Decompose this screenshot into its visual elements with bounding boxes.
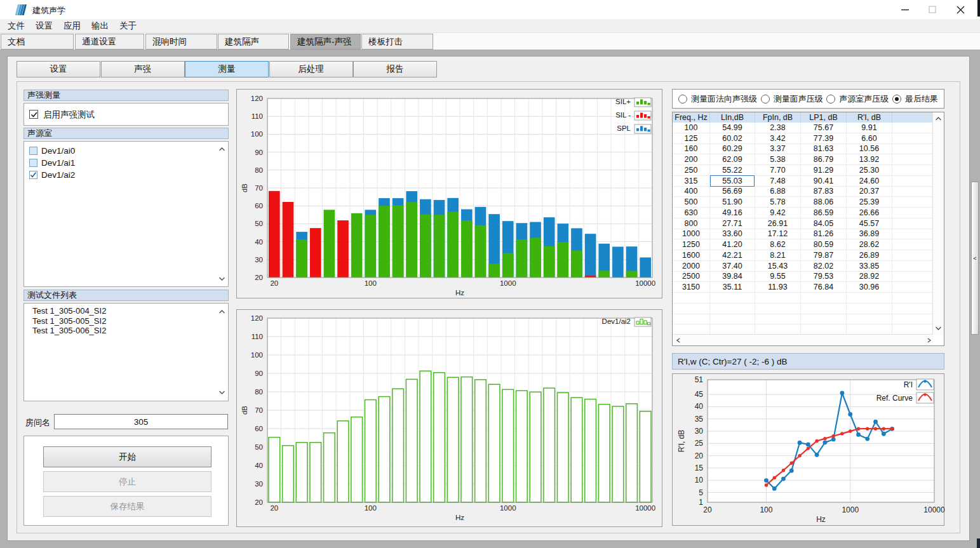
- table-row-12[interactable]: 160042.218.2179.8726.89: [673, 250, 933, 261]
- sub-tab-3[interactable]: 后处理: [269, 61, 353, 77]
- table-cell[interactable]: 82.02: [801, 261, 847, 271]
- minimize-button[interactable]: [896, 4, 915, 15]
- scroll-down-icon[interactable]: [935, 326, 942, 331]
- radio-option-2[interactable]: 声源室声压级: [826, 93, 889, 105]
- table-row-5[interactable]: 31555.037.4890.4124.60: [673, 176, 933, 187]
- table-cell[interactable]: [892, 261, 933, 271]
- table-cell[interactable]: 3.37: [755, 144, 801, 154]
- maximize-button[interactable]: [923, 4, 942, 15]
- table-cell[interactable]: 7.70: [755, 165, 801, 175]
- table-cell[interactable]: [892, 144, 933, 154]
- table-row-1[interactable]: 12560.023.4277.396.60: [673, 133, 933, 144]
- main-tab-3[interactable]: 建筑隔声: [218, 34, 289, 50]
- table-cell[interactable]: 76.84: [801, 282, 847, 292]
- table-cell[interactable]: 60.02: [710, 133, 755, 144]
- table-cell[interactable]: 33.60: [710, 229, 755, 239]
- table-cell[interactable]: 13.92: [847, 154, 892, 164]
- table-cell[interactable]: [892, 123, 933, 133]
- table-cell[interactable]: 86.79: [801, 154, 847, 164]
- table-cell[interactable]: 15.43: [755, 261, 801, 271]
- table-cell[interactable]: 250: [673, 165, 710, 175]
- table-cell[interactable]: 6.88: [755, 187, 801, 197]
- table-cell[interactable]: 87.83: [801, 187, 847, 197]
- table-cell[interactable]: 8.21: [755, 250, 801, 260]
- channel-checkbox[interactable]: [29, 171, 37, 179]
- table-row-11[interactable]: 125041.208.6280.5928.62: [673, 239, 933, 250]
- table-cell[interactable]: 10.56: [847, 144, 892, 154]
- table-cell[interactable]: 400: [673, 187, 710, 197]
- table-cell[interactable]: 28.62: [847, 239, 892, 250]
- table-cell[interactable]: 30.96: [847, 282, 892, 292]
- main-tab-1[interactable]: 通道设置: [75, 34, 144, 50]
- table-row-8[interactable]: 63049.169.4286.5926.66: [673, 208, 933, 218]
- table-horizontal-scrollbar[interactable]: [673, 334, 933, 345]
- table-cell[interactable]: 1250: [673, 239, 710, 250]
- table-cell[interactable]: 25.39: [847, 197, 892, 207]
- table-cell[interactable]: 84.05: [801, 218, 847, 229]
- table-cell[interactable]: 9.91: [847, 123, 892, 133]
- table-cell[interactable]: 630: [673, 208, 710, 218]
- table-cell[interactable]: 1600: [673, 250, 710, 260]
- table-cell[interactable]: 77.39: [801, 133, 847, 144]
- table-cell[interactable]: 55.03: [710, 176, 755, 186]
- table-cell[interactable]: 125: [673, 133, 710, 144]
- table-cell[interactable]: 2000: [673, 261, 710, 271]
- table-row-3[interactable]: 20062.095.3886.7913.92: [673, 154, 933, 165]
- sub-tab-4[interactable]: 报告: [353, 61, 437, 77]
- menu-item-2[interactable]: 应用: [64, 20, 81, 32]
- table-cell[interactable]: 315: [673, 176, 710, 186]
- radio-option-0[interactable]: 测量面法向声强级: [678, 93, 757, 105]
- table-cell[interactable]: 7.48: [755, 176, 801, 186]
- table-cell[interactable]: 2.38: [755, 123, 801, 133]
- table-cell[interactable]: 86.59: [801, 208, 847, 218]
- sub-tab-2[interactable]: 测量: [185, 61, 269, 77]
- channel-item-2[interactable]: Dev1/ai2: [29, 169, 75, 181]
- table-cell[interactable]: 2500: [673, 272, 710, 282]
- table-row-15[interactable]: 315035.1111.9376.8430.96: [673, 282, 933, 293]
- table-cell[interactable]: 80.59: [801, 239, 847, 250]
- table-cell[interactable]: 5.78: [755, 197, 801, 207]
- table-cell[interactable]: 36.89: [847, 229, 892, 239]
- table-row-7[interactable]: 50051.905.7888.0625.39: [673, 197, 933, 208]
- table-cell[interactable]: 20.37: [847, 187, 892, 197]
- scroll-down-icon[interactable]: [218, 276, 225, 281]
- table-cell[interactable]: 9.55: [755, 272, 801, 282]
- radio-option-3[interactable]: 最后结果: [892, 93, 938, 105]
- menu-item-3[interactable]: 输出: [91, 20, 109, 32]
- table-cell[interactable]: 39.84: [710, 272, 755, 282]
- table-cell[interactable]: [892, 133, 933, 144]
- main-tab-5[interactable]: 楼板打击: [361, 34, 433, 50]
- table-cell[interactable]: 88.06: [801, 197, 847, 207]
- menu-item-1[interactable]: 设置: [36, 20, 53, 32]
- table-row-2[interactable]: 16060.293.3781.6310.56: [673, 144, 933, 155]
- table-row-13[interactable]: 200037.4015.4382.0233.85: [673, 261, 933, 272]
- table-cell[interactable]: 75.67: [801, 123, 847, 133]
- table-cell[interactable]: [892, 239, 933, 250]
- table-cell[interactable]: [892, 165, 933, 175]
- table-cell[interactable]: [892, 154, 933, 164]
- table-cell[interactable]: 33.85: [847, 261, 892, 271]
- table-cell[interactable]: 800: [673, 218, 710, 229]
- table-cell[interactable]: 90.41: [801, 176, 847, 186]
- table-cell[interactable]: 27.71: [710, 218, 755, 229]
- table-row-9[interactable]: 80027.7126.9184.0545.57: [673, 218, 933, 229]
- table-cell[interactable]: 56.69: [710, 187, 755, 197]
- scroll-down-icon[interactable]: [218, 390, 225, 395]
- table-cell[interactable]: [892, 272, 933, 282]
- table-cell[interactable]: 3.42: [755, 133, 801, 144]
- table-cell[interactable]: 9.42: [755, 208, 801, 218]
- table-row-6[interactable]: 40056.696.8887.8320.37: [673, 187, 933, 197]
- table-row-10[interactable]: 100033.6017.1281.2636.89: [673, 229, 933, 240]
- table-vertical-scrollbar[interactable]: [932, 112, 944, 335]
- channel-checkbox[interactable]: [29, 147, 37, 155]
- table-cell[interactable]: 500: [673, 197, 710, 207]
- table-cell[interactable]: 6.60: [847, 133, 892, 144]
- test-file-item-1[interactable]: Test 1_305-005_SI2: [32, 316, 106, 326]
- main-tab-2[interactable]: 混响时间: [145, 34, 217, 50]
- table-row-0[interactable]: 10054.992.3875.679.91: [673, 123, 933, 133]
- table-cell[interactable]: 25.30: [847, 165, 892, 175]
- table-cell[interactable]: 3150: [673, 282, 710, 292]
- table-cell[interactable]: 5.38: [755, 154, 801, 164]
- table-cell[interactable]: 60.29: [710, 144, 755, 154]
- table-cell[interactable]: [892, 250, 933, 260]
